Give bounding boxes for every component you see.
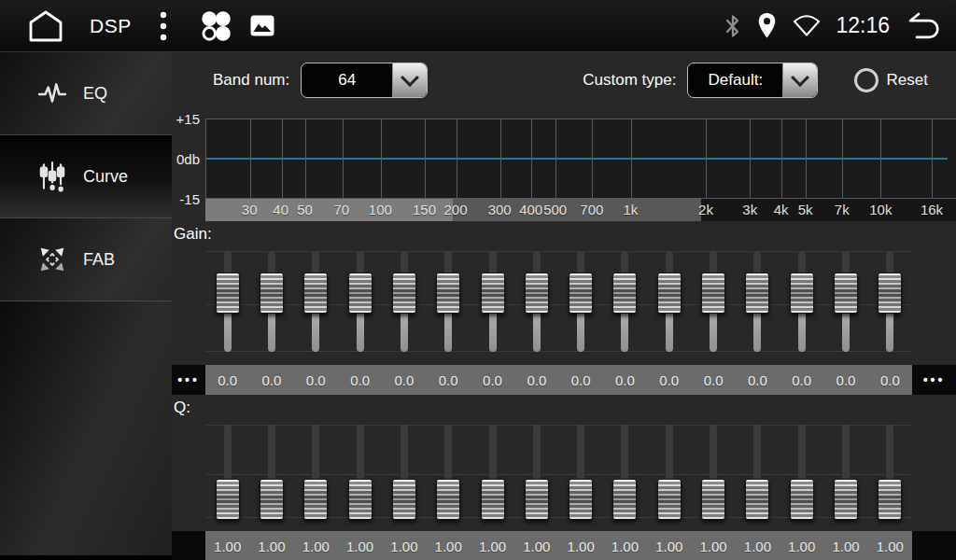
- gain-band-slider[interactable]: [559, 245, 603, 365]
- gain-more-left-button[interactable]: •••: [172, 365, 205, 395]
- slider-thumb[interactable]: [260, 479, 284, 520]
- slider-thumb[interactable]: [612, 479, 637, 520]
- q-value: 1.00: [559, 531, 603, 560]
- bluetooth-icon[interactable]: [724, 12, 742, 40]
- q-value: 1.00: [647, 531, 691, 560]
- grid-vline: [631, 119, 632, 198]
- slider-thumb[interactable]: [481, 479, 505, 520]
- slider-thumb[interactable]: [745, 273, 769, 314]
- gain-band-slider[interactable]: [603, 245, 647, 365]
- slider-thumb[interactable]: [569, 273, 593, 314]
- slider-thumb[interactable]: [701, 479, 725, 520]
- freq-tick-label: 50: [297, 199, 313, 221]
- q-band-slider[interactable]: [736, 419, 780, 531]
- overflow-menu-icon[interactable]: [160, 10, 167, 42]
- q-band-slider[interactable]: [823, 419, 867, 531]
- gain-band-slider[interactable]: [382, 245, 426, 365]
- band-num-value: 64: [302, 63, 392, 97]
- gallery-icon[interactable]: [249, 14, 275, 37]
- q-value: 1.00: [249, 531, 293, 560]
- chevron-down-icon[interactable]: [392, 63, 427, 97]
- slider-thumb[interactable]: [612, 273, 637, 314]
- gain-values-row: ••• 0.00.00.00.00.00.00.00.00.00.00.00.0…: [172, 365, 956, 395]
- q-band-slider[interactable]: [249, 419, 293, 531]
- eq-plot[interactable]: [205, 119, 956, 199]
- sidebar: EQ Curve: [0, 52, 172, 560]
- slider-thumb[interactable]: [834, 479, 858, 520]
- back-icon[interactable]: [904, 11, 943, 40]
- gain-band-slider[interactable]: [514, 245, 558, 365]
- slider-thumb[interactable]: [525, 273, 549, 314]
- home-icon[interactable]: [26, 9, 65, 43]
- slider-thumb[interactable]: [303, 273, 328, 314]
- q-band-slider[interactable]: [427, 419, 471, 531]
- reset-radio-icon[interactable]: [854, 68, 879, 92]
- slider-thumb[interactable]: [436, 273, 460, 314]
- slider-thumb[interactable]: [216, 479, 240, 520]
- custom-type-dropdown[interactable]: Default:: [687, 63, 818, 98]
- gain-band-slider[interactable]: [427, 245, 471, 365]
- slider-thumb[interactable]: [878, 479, 902, 520]
- gain-band-slider[interactable]: [780, 245, 823, 365]
- slider-thumb[interactable]: [392, 479, 416, 520]
- gain-band-slider[interactable]: [338, 245, 382, 365]
- gain-band-slider[interactable]: [249, 245, 293, 365]
- sidebar-item-fab[interactable]: FAB: [0, 218, 172, 301]
- slider-thumb[interactable]: [436, 479, 460, 520]
- q-band-slider[interactable]: [691, 419, 735, 531]
- slider-thumb[interactable]: [745, 479, 769, 520]
- grid-vline: [425, 119, 426, 198]
- sidebar-item-eq[interactable]: EQ: [0, 52, 172, 135]
- band-num-dropdown[interactable]: 64: [301, 63, 428, 98]
- slider-thumb[interactable]: [481, 273, 505, 314]
- q-band-slider[interactable]: [294, 419, 338, 531]
- slider-thumb[interactable]: [216, 273, 240, 314]
- slider-thumb[interactable]: [348, 479, 373, 520]
- q-value: 1.00: [205, 531, 249, 560]
- freq-tick-label: 150: [413, 199, 436, 221]
- gain-band-slider[interactable]: [691, 245, 735, 365]
- q-more-left-button[interactable]: [172, 531, 205, 560]
- q-band-slider[interactable]: [559, 419, 603, 531]
- slider-thumb[interactable]: [657, 479, 682, 520]
- gain-band-slider[interactable]: [868, 245, 912, 365]
- apps-clover-icon[interactable]: [199, 9, 232, 43]
- grid-vline: [343, 119, 344, 198]
- slider-thumb[interactable]: [657, 273, 682, 314]
- slider-thumb[interactable]: [303, 479, 328, 520]
- gain-band-slider[interactable]: [823, 245, 867, 365]
- sidebar-item-curve[interactable]: Curve: [0, 135, 172, 218]
- gain-band-slider[interactable]: [294, 245, 338, 365]
- slider-thumb[interactable]: [701, 273, 725, 314]
- reset-button[interactable]: Reset: [854, 68, 928, 92]
- wifi-icon[interactable]: [792, 14, 822, 37]
- q-band-slider[interactable]: [647, 419, 691, 531]
- slider-thumb[interactable]: [878, 273, 902, 314]
- slider-thumb[interactable]: [260, 273, 284, 314]
- q-band-slider[interactable]: [603, 419, 647, 531]
- q-band-slider[interactable]: [780, 419, 823, 531]
- q-more-right-button[interactable]: [912, 531, 956, 560]
- gain-band-slider[interactable]: [736, 245, 780, 365]
- gain-more-right-button[interactable]: •••: [912, 365, 956, 395]
- q-band-slider[interactable]: [338, 419, 382, 531]
- gain-band-slider[interactable]: [471, 245, 514, 365]
- slider-thumb[interactable]: [790, 479, 814, 520]
- slider-thumb[interactable]: [525, 479, 549, 520]
- slider-thumb[interactable]: [392, 273, 416, 314]
- q-band-slider[interactable]: [471, 419, 514, 531]
- freq-tick-label: 300: [488, 199, 512, 221]
- slider-thumb[interactable]: [569, 479, 593, 520]
- slider-thumb[interactable]: [790, 273, 814, 314]
- q-band-slider[interactable]: [382, 419, 426, 531]
- q-band-slider[interactable]: [868, 419, 912, 531]
- slider-thumb[interactable]: [834, 273, 858, 314]
- chevron-down-icon[interactable]: [782, 63, 817, 97]
- gain-band-slider[interactable]: [647, 245, 691, 365]
- slider-thumb[interactable]: [348, 273, 373, 314]
- gain-band-slider[interactable]: [205, 245, 249, 365]
- q-band-slider[interactable]: [205, 419, 249, 531]
- location-icon[interactable]: [756, 12, 778, 39]
- q-band-slider[interactable]: [514, 419, 558, 531]
- grid-vline: [457, 119, 457, 198]
